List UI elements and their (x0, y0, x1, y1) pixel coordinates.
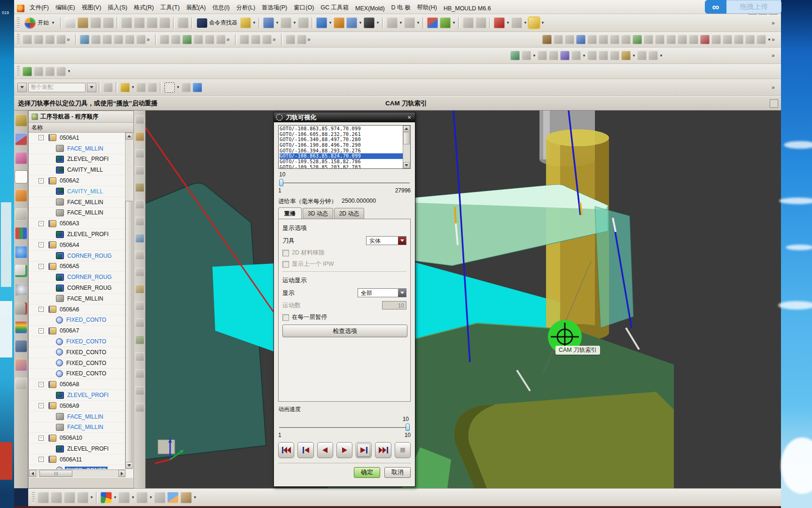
toolbar-icon[interactable] (489, 17, 491, 29)
template-books-icon[interactable] (15, 227, 27, 239)
toolbar-icon[interactable] (205, 35, 214, 44)
vertical-toolbar-icon[interactable] (135, 268, 144, 277)
toolbar-icon[interactable] (251, 35, 260, 44)
bottom-toolbar-icon[interactable] (148, 495, 153, 500)
menu-item[interactable]: MEX(Mold) (352, 4, 388, 13)
rotate-point-icon[interactable] (136, 83, 146, 92)
toolbar-icon[interactable] (328, 21, 333, 25)
toolbar-drag-handle[interactable] (17, 17, 20, 29)
selection-bar-icon[interactable] (116, 82, 117, 93)
visualization-icon[interactable] (15, 340, 27, 352)
toolbar-icon[interactable] (734, 35, 743, 44)
menu-item[interactable]: 帮助(H) (414, 3, 440, 13)
vertical-toolbar-icon[interactable] (135, 386, 144, 395)
toolbar-icon[interactable] (632, 54, 636, 58)
scroll-up-button[interactable] (125, 133, 133, 140)
step-forward-button[interactable] (356, 442, 372, 458)
bottom-toolbar-icon[interactable] (131, 495, 135, 500)
tree-row[interactable]: 0506A4 (29, 240, 125, 251)
bottom-toolbar-icon[interactable] (193, 495, 197, 500)
toolbar-icon[interactable] (576, 35, 586, 44)
goto-event-row[interactable]: GOTO/-108.863,85.974,70.099 (280, 126, 403, 132)
tree-row[interactable]: FACE_MILLIN (29, 294, 125, 304)
toolbar-icon[interactable] (582, 54, 586, 58)
toolbar-icon[interactable] (136, 35, 146, 44)
toolbar-icon[interactable] (723, 35, 732, 44)
expand-collapse-icon[interactable] (39, 178, 44, 183)
toolbar-icon[interactable] (510, 51, 520, 60)
toolbar-icon[interactable] (554, 35, 563, 44)
toolbar-icon[interactable] (711, 35, 721, 44)
vertical-toolbar-icon[interactable] (135, 403, 144, 412)
toolbar-icon[interactable] (637, 51, 647, 60)
bottom-toolbar-icon[interactable] (89, 495, 94, 500)
tree-row[interactable]: CAVITY_MILL (29, 165, 125, 175)
toolbar-icon[interactable] (273, 36, 279, 43)
operation-navigator-icon[interactable] (15, 171, 27, 183)
tree-row[interactable]: FIXED_CONTO (29, 369, 125, 380)
toolbar-icon[interactable] (458, 17, 460, 29)
tree-row[interactable]: FIXED_CONTO (29, 465, 125, 469)
verify-toolpath-icon[interactable] (101, 492, 112, 503)
toolbar-drag-handle[interactable] (32, 492, 35, 503)
start-dropdown-arrow[interactable] (51, 21, 55, 25)
tab-replay[interactable]: 重播 (278, 207, 302, 219)
internet-info-icon[interactable] (15, 246, 27, 258)
expand-collapse-icon[interactable] (39, 457, 44, 462)
slider-thumb[interactable] (406, 423, 410, 431)
vertical-toolbar-icon[interactable] (135, 200, 144, 209)
toolbar-icon[interactable] (523, 21, 528, 25)
workpiece-icon[interactable] (167, 492, 179, 503)
toolbar-icon[interactable] (307, 36, 314, 43)
checkbox-icon[interactable] (282, 314, 289, 321)
copy-icon[interactable] (134, 17, 145, 28)
selection-scope-combo[interactable]: 整个装配 (28, 83, 86, 92)
print-icon[interactable] (103, 17, 114, 28)
toolbar-icon[interactable] (700, 35, 710, 44)
history-clock-icon[interactable] (15, 284, 27, 296)
vertical-toolbar-icon[interactable] (135, 251, 144, 260)
menu-item[interactable]: 文件(F) (26, 3, 52, 13)
menu-item[interactable]: 插入(S) (104, 3, 131, 13)
toolbar-icon[interactable] (240, 35, 249, 44)
snapshot-icon[interactable] (103, 83, 113, 92)
scroll-down-button[interactable] (125, 462, 133, 469)
gears-icon[interactable] (476, 17, 486, 28)
tree-row[interactable]: 0506A9 (29, 401, 125, 412)
toolbar-icon[interactable] (147, 36, 153, 43)
cancel-button[interactable]: 取消 (384, 467, 411, 478)
vertical-toolbar-icon[interactable] (135, 234, 144, 243)
menu-item[interactable]: 编辑(E) (52, 3, 78, 13)
toolbar-icon[interactable] (571, 51, 581, 60)
toolbar-icon[interactable] (587, 51, 597, 60)
toolbar-icon[interactable] (102, 35, 112, 44)
toolbar-icon[interactable] (125, 35, 134, 44)
prompt-bar-scroll-box[interactable] (770, 99, 778, 108)
delete-icon[interactable] (159, 17, 170, 28)
measure-icon[interactable] (529, 17, 539, 28)
plotter-icon[interactable] (298, 17, 309, 28)
toolbar-icon[interactable] (745, 35, 755, 44)
toolbar-icon[interactable] (452, 21, 456, 25)
toolbar-drag-handle[interactable] (17, 66, 20, 77)
select-rect-icon[interactable] (164, 82, 175, 93)
goto-event-row[interactable]: GOTO/-109.528,85.203,82.783 (280, 165, 403, 168)
toolbar-icon[interactable] (549, 51, 558, 60)
show-geometry-icon[interactable] (64, 492, 75, 503)
toolbar-icon[interactable] (382, 17, 384, 29)
menu-item[interactable]: 窗口(O) (290, 3, 317, 13)
expand-collapse-icon[interactable] (39, 307, 44, 312)
checkbox-icon[interactable] (282, 261, 289, 268)
toolbar-icon[interactable] (80, 35, 89, 44)
toolbar-icon[interactable] (757, 35, 766, 44)
dialog-close-icon[interactable]: × (406, 114, 413, 121)
machining-feature-icon[interactable] (15, 208, 27, 221)
check-options-button[interactable]: 检查选项 (282, 325, 407, 337)
orange-arrow-icon[interactable] (334, 17, 344, 28)
toolbar-icon[interactable] (772, 36, 778, 43)
library-icon[interactable] (427, 17, 438, 28)
show-program-icon[interactable] (38, 492, 49, 503)
open-file-icon[interactable] (78, 17, 88, 28)
toolbar-icon[interactable] (23, 35, 32, 44)
tree-row[interactable]: 0506A7 (29, 325, 125, 336)
